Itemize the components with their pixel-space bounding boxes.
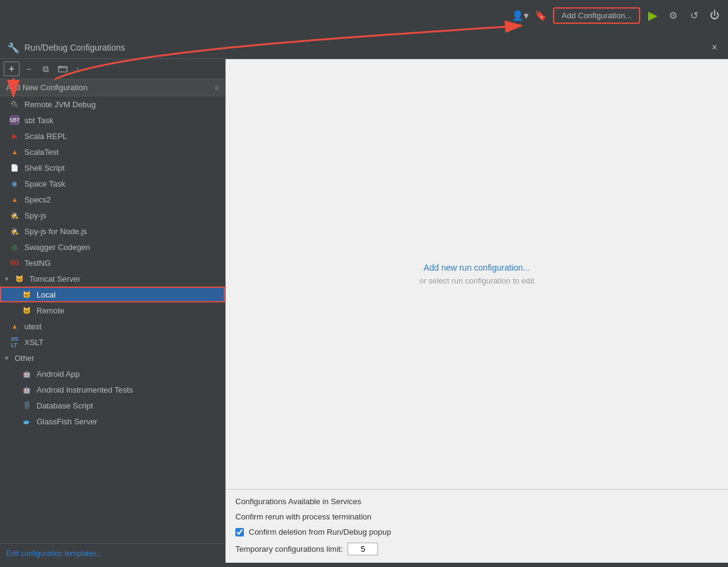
gear-icon[interactable]: ⚙ [665,7,682,24]
list-item[interactable]: 🔌 Remote JVM Debug [0,96,225,112]
expand-icon: ▼ [4,276,10,282]
confirm-deletion-checkbox[interactable] [235,528,244,537]
testng-icon: NG [10,258,20,268]
confirm-rerun-label: Confirm rerun with process termination [235,512,371,521]
add-configuration-button[interactable]: Add Configuration... [553,7,640,24]
android-instrumented-item[interactable]: 🤖 Android Instrumented Tests [0,382,225,398]
run-icon[interactable]: ▶ [644,7,661,24]
toolbar-row: + − ⧉ ↕ [0,59,225,79]
list-item[interactable]: ◎ Swagger Codegen [0,239,225,255]
list-item[interactable]: SBT sbt Task [0,112,225,128]
item-label: Space Task [24,179,65,188]
services-row: Configurations Available in Services [235,497,718,506]
list-item[interactable]: XSLT XSLT [0,334,225,350]
item-label: GlassFish Server [37,417,98,426]
power-icon[interactable]: ⏻ [706,7,723,24]
item-label: Spy-js [24,211,46,220]
scala-repl-icon: ▶ [10,131,20,141]
bookmark-icon[interactable]: 🔖 [532,7,549,24]
utest-icon: ▲ [10,321,20,331]
tomcat-group-header[interactable]: ▼ 🐱 Tomcat Server [0,271,225,287]
expand-other-icon: ▼ [4,355,10,362]
remove-button[interactable]: − [21,62,37,76]
sbt-icon: SBT [10,115,20,125]
item-label: Android App [37,369,80,379]
add-button[interactable]: + [4,62,20,76]
add-run-config-link[interactable]: Add new run configuration... [424,263,530,273]
copy-button[interactable]: ⧉ [38,62,54,76]
confirm-deletion-label: Confirm deletion from Run/Debug popup [249,527,391,537]
android-app-item[interactable]: 🤖 Android App [0,366,225,382]
run-debug-dialog: 🔧 Run/Debug Configurations × + − ⧉ [0,37,728,567]
right-panel: Add new run configuration... or select r… [226,59,728,563]
confirm-deletion-row: Confirm deletion from Run/Debug popup [235,527,718,537]
refresh-icon[interactable]: ↺ [685,7,702,24]
confirm-rerun-row: Confirm rerun with process termination [235,512,718,521]
list-item[interactable]: 🕵 Spy-js [0,207,225,223]
add-new-config-label: Add New Configuration [6,83,88,92]
list-item[interactable]: ▲ Specs2 [0,191,225,207]
item-label: Spy-js for Node.js [24,227,87,236]
item-label: utest [24,322,41,331]
bottom-settings-panel: Configurations Available in Services Con… [226,489,728,563]
tomcat-local-icon: 🐱 [22,290,32,299]
item-label: Tomcat Server [29,274,80,284]
temp-limit-input[interactable] [348,543,378,555]
item-label: Specs2 [24,195,51,204]
android-app-icon: 🤖 [22,369,32,379]
item-label: Remote JVM Debug [24,100,96,109]
scalatest-icon: ▲ [10,147,20,157]
item-label: TestNG [24,259,51,268]
dialog-icon: 🔧 [7,42,20,54]
move-to-folder-button[interactable] [55,62,71,76]
glassfish-item[interactable]: 🐟 GlassFish Server [0,413,225,429]
item-label: Shell Script [24,163,65,173]
item-label: Local [37,290,55,299]
item-label: ScalaTest [24,148,59,157]
temp-limit-row: Temporary configurations limit: [235,543,718,555]
list-item[interactable]: ▶ Scala REPL [0,128,225,144]
item-label: Other [15,354,35,363]
tomcat-remote-item[interactable]: 🐱 Remote [0,302,225,318]
add-config-header: Add New Configuration ≡ [0,79,225,96]
bottom-link-row: Edit configuration templates... [0,543,225,563]
close-button[interactable]: × [708,41,721,54]
edit-templates-link[interactable]: Edit configuration templates... [6,549,102,558]
temp-limit-label: Temporary configurations limit: [235,544,343,554]
item-label: XSLT [24,338,44,347]
top-bar: 👤▾ 🔖 Add Configuration... ▶ ⚙ ↺ ⏻ [0,0,728,30]
database-script-item[interactable]: 🗄 Database Script [0,398,225,413]
config-list: 🔌 Remote JVM Debug SBT sbt Task ▶ Scala … [0,96,225,543]
spyjs-icon: 🕵 [10,210,20,220]
item-label: Android Instrumented Tests [37,385,133,394]
other-group-header[interactable]: ▼ Other [0,350,225,366]
item-label: sbt Task [24,116,53,125]
item-label: Scala REPL [24,132,67,141]
item-label: Swagger Codegen [24,243,90,252]
space-icon: ◉ [10,179,20,188]
list-item[interactable]: ◉ Space Task [0,176,225,191]
list-item[interactable]: 📄 Shell Script [0,160,225,176]
services-label: Configurations Available in Services [235,497,361,506]
svg-text:↕: ↕ [76,65,79,74]
user-icon[interactable]: 👤▾ [512,7,529,24]
spyjs-node-icon: 🕵 [10,226,20,236]
item-label: Remote [37,306,65,315]
swagger-icon: ◎ [10,242,20,252]
database-script-icon: 🗄 [22,401,32,410]
dialog-title-bar: 🔧 Run/Debug Configurations × [0,37,728,59]
tomcat-icon: 🐱 [15,274,24,284]
list-item[interactable]: ▲ ScalaTest [0,144,225,160]
glassfish-icon: 🐟 [22,416,32,426]
or-select-text: or select run configuration to edit [419,276,535,285]
list-item[interactable]: NG TestNG [0,255,225,271]
tomcat-remote-icon: 🐱 [22,305,32,315]
dialog-title: Run/Debug Configurations [24,43,704,52]
left-panel: + − ⧉ ↕ Add New Configu [0,59,226,563]
sort-button[interactable]: ↕ [72,62,88,76]
list-item[interactable]: 🕵 Spy-js for Node.js [0,223,225,239]
svg-rect-0 [59,66,67,72]
sort-icon[interactable]: ≡ [215,84,219,92]
list-item[interactable]: ▲ utest [0,318,225,334]
tomcat-local-item[interactable]: 🐱 Local [0,287,225,302]
